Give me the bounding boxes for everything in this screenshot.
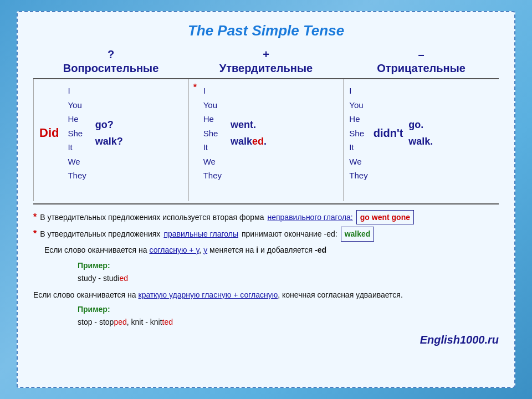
bottom-divider <box>33 203 499 204</box>
did-label: Did <box>39 126 59 140</box>
label-positive: Утвердительные <box>219 62 313 75</box>
main-card: The Past Simple Tense ? Вопросительные +… <box>17 11 515 388</box>
example1-label: Пример: <box>78 261 110 270</box>
note2-text1: В утвердительных предложениях <box>40 228 160 240</box>
col1-inner: Did IYouHeSheItWeThey go? walk? <box>39 84 183 183</box>
symbol-negative: – <box>418 48 424 61</box>
col2-inner: IYouHeSheItWeThey went. walked. <box>195 84 338 183</box>
sub-note-1: Если слово оканчивается на согласную + y… <box>44 244 499 256</box>
col3-verbs: go. walk. <box>408 116 433 150</box>
col2-pronouns: IYouHeSheItWeThey <box>203 84 222 183</box>
walked-ed: ed <box>252 136 264 147</box>
label-question: Вопросительные <box>63 62 159 75</box>
symbol-question: ? <box>108 48 114 61</box>
note2-highlight: walked <box>341 227 375 241</box>
note-2: * В утвердительных предложениях правильн… <box>33 227 499 241</box>
note1-highlight: go went gone <box>356 210 414 224</box>
col1-pronouns: IYouHeSheItWeThey <box>68 84 86 183</box>
went-text: went. <box>231 119 256 130</box>
col-header-negative: – Отрицательные <box>344 48 499 75</box>
col-positive: * IYouHeSheItWeThey went. walked. <box>189 79 344 201</box>
note1-underline: неправильного глагола: <box>267 211 352 223</box>
label-negative: Отрицательные <box>377 62 466 75</box>
didnt-label: didn't <box>374 127 403 140</box>
website-link: English1000.ru <box>33 334 499 346</box>
col-header-positive: + Утвердительные <box>188 48 344 75</box>
example-1: Пример: study - studied <box>78 259 499 284</box>
example1-text: study - studied <box>78 274 128 283</box>
col3-inner: IYouHeSheItWeThey didn't go. walk. <box>349 84 493 183</box>
columns-header: ? Вопросительные + Утвердительные – Отри… <box>33 48 499 75</box>
page-title: The Past Simple Tense <box>33 22 499 39</box>
example1-ed: ed <box>119 274 128 283</box>
symbol-positive: + <box>263 48 269 61</box>
note-3: Если слово оканчивается на краткую ударн… <box>33 289 499 301</box>
notes-section: * В утвердительных предложениях использу… <box>33 210 499 328</box>
example2-text: stop - stopped, knit - knitted <box>78 318 173 326</box>
note3-text: Если слово оканчивается на краткую ударн… <box>33 289 403 301</box>
col1-verbs: go? walk? <box>95 116 123 150</box>
walked-text: walked. <box>231 136 267 147</box>
col-question: Did IYouHeSheItWeThey go? walk? <box>34 79 189 201</box>
col3-pronouns: IYouHeSheItWeThey <box>349 84 367 183</box>
example-2: Пример: stop - stopped, knit - knitted <box>78 303 499 328</box>
main-table: Did IYouHeSheItWeThey go? walk? * IYouHe… <box>33 79 499 201</box>
note-1: * В утвердительных предложениях использу… <box>33 210 499 224</box>
sub-note1-text: Если слово оканчивается на согласную + y… <box>44 245 326 254</box>
note2-underline: правильные глаголы <box>163 228 238 240</box>
star-2: * <box>33 227 37 241</box>
note2-text2: принимают окончание -ed: <box>242 228 337 240</box>
col-header-question: ? Вопросительные <box>33 48 188 75</box>
note1-text1: В утвердительных предложениях использует… <box>40 211 264 223</box>
example2-label: Пример: <box>78 305 110 314</box>
col2-verbs: went. walked. <box>231 116 267 150</box>
star-1: * <box>33 210 37 224</box>
asterisk-marker: * <box>193 83 197 93</box>
col-negative: IYouHeSheItWeThey didn't go. walk. <box>344 79 499 201</box>
